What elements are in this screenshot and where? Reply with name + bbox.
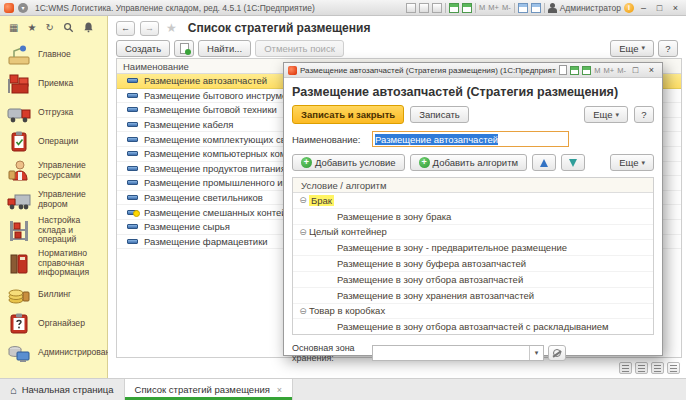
add-algorithm-button[interactable]: +Добавить алгоритм: [410, 154, 527, 171]
sidebar-item-administration[interactable]: Администрирование: [6, 338, 107, 367]
cancel-search-button[interactable]: Отменить поиск: [255, 40, 344, 57]
favorites-icon[interactable]: ★: [27, 22, 36, 33]
dialog-print-icon[interactable]: [559, 65, 567, 75]
sidebar-item-label: Управление двором: [38, 190, 107, 210]
forward-button[interactable]: →: [140, 21, 159, 36]
add-condition-button[interactable]: +Добавить условие: [292, 154, 405, 171]
dialog-app-icon: [288, 66, 297, 75]
tree-row-label: Брак: [309, 195, 334, 206]
more-button[interactable]: Еще▾: [610, 40, 654, 57]
back-button[interactable]: ←: [116, 21, 135, 36]
help-button[interactable]: ?: [658, 40, 678, 57]
tree-item-row[interactable]: Размещение в зону буфера автозапчастей: [293, 256, 653, 272]
menu-grid-icon[interactable]: ▦: [9, 22, 18, 33]
memory-m-minus-button[interactable]: M-: [502, 3, 511, 12]
shipping-section-icon: [6, 100, 32, 126]
sidebar-item-yard[interactable]: Управление двором: [6, 185, 107, 214]
minimize-button[interactable]: –: [637, 3, 650, 13]
dialog-m-plus-button[interactable]: M+: [604, 66, 615, 75]
find-button[interactable]: Найти...: [198, 40, 251, 57]
sidebar-item-billing[interactable]: Биллинг: [6, 280, 107, 309]
list-nav-next-button[interactable]: [651, 362, 664, 374]
current-user-label[interactable]: Администратор: [560, 3, 621, 13]
expander-icon[interactable]: ⊖: [297, 227, 309, 237]
zoom-icon[interactable]: [518, 3, 528, 13]
list-nav-end-button[interactable]: [667, 362, 680, 374]
sidebar-item-warehouse-setup[interactable]: Настройка склада и операций: [6, 214, 107, 247]
memory-m-plus-button[interactable]: M+: [488, 3, 499, 12]
plus-icon: +: [419, 157, 430, 168]
sidebar-item-shipping[interactable]: Отгрузка: [6, 98, 107, 127]
favorite-star-icon[interactable]: ★: [166, 21, 177, 35]
dialog-m-minus-button[interactable]: M-: [617, 66, 626, 75]
dialog-titlebar[interactable]: Размещение автозапчастей (Стратегия разм…: [284, 63, 662, 78]
sidebar-item-resources[interactable]: Управление ресурсами: [6, 156, 107, 185]
dialog-close-button[interactable]: ×: [645, 65, 658, 75]
print-icon[interactable]: [419, 3, 429, 13]
tree-group-row[interactable]: ⊖Брак: [293, 193, 653, 209]
preview-icon[interactable]: [432, 3, 442, 13]
close-button[interactable]: ×: [669, 3, 682, 13]
tree-more-button[interactable]: Еще▾: [610, 154, 654, 171]
tree-item-row[interactable]: Размещение в зону отбора автозапчастей с…: [293, 319, 653, 335]
titlebar-actions: M M+ M- Администратор i – □ ×: [406, 3, 682, 13]
calendar-icon[interactable]: [449, 3, 459, 13]
tree-item-row[interactable]: Размещение в зону - предварительное разм…: [293, 240, 653, 256]
move-up-button[interactable]: [532, 154, 556, 171]
main-menu-button[interactable]: ▾: [18, 3, 28, 13]
chevron-down-icon: ▾: [641, 44, 645, 52]
tree-group-row[interactable]: ⊖Товар в коробках: [293, 304, 653, 320]
memory-m-button[interactable]: M: [479, 3, 485, 12]
list-nav-prev-button[interactable]: [635, 362, 648, 374]
history-icon[interactable]: ↻: [45, 22, 53, 33]
tab-close-icon[interactable]: ×: [277, 385, 282, 395]
tree-row-label: Целый контейнер: [309, 226, 387, 237]
columns-icon[interactable]: [531, 3, 541, 13]
sidebar-item-operations[interactable]: Операции: [6, 127, 107, 156]
sidebar-item-receiving[interactable]: Приемка: [6, 69, 107, 98]
info-icon[interactable]: i: [624, 3, 634, 13]
sidebar-item-main[interactable]: Главное: [6, 40, 107, 69]
list-row-label: Размещение фармацевтики: [144, 236, 268, 247]
save-and-close-button[interactable]: Записать и закрыть: [292, 105, 404, 124]
sidebar-item-organizer[interactable]: Органайзер: [6, 309, 107, 338]
page-title: Список стратегий размещения: [188, 21, 371, 35]
dialog-maximize-button[interactable]: □: [629, 65, 642, 75]
expander-icon[interactable]: ⊖: [297, 195, 309, 205]
dialog-help-button[interactable]: ?: [634, 106, 654, 123]
tab-strategies-list[interactable]: Список стратегий размещения ×: [125, 379, 294, 400]
tree-item-row[interactable]: Размещение в зону отбора автозапчастей: [293, 272, 653, 288]
list-toolbar: Создать Найти... Отменить поиск Еще▾ ?: [108, 38, 686, 58]
dialog-calendar-clock-icon[interactable]: [582, 66, 591, 75]
create-button[interactable]: Создать: [116, 40, 170, 57]
maximize-button[interactable]: □: [653, 3, 666, 13]
list-row-label: Размещение сырья: [144, 221, 230, 232]
tree-row-label: Товар в коробках: [309, 305, 385, 316]
move-down-button[interactable]: [561, 154, 585, 171]
save-icon[interactable]: [406, 3, 416, 13]
name-input[interactable]: Размещение автозапчастей: [372, 131, 569, 147]
dropdown-caret-icon[interactable]: ▾: [529, 346, 543, 360]
strategy-icon: [127, 78, 138, 83]
tree-column-header[interactable]: Условие / алгоритм: [293, 178, 653, 193]
calendar-clock-icon[interactable]: [462, 3, 472, 13]
sidebar-item-reference-info[interactable]: Нормативно справочная информация: [6, 247, 107, 280]
notifications-bell-icon[interactable]: [83, 21, 94, 33]
create-copy-button[interactable]: [174, 40, 194, 57]
dialog-calendar-icon[interactable]: [570, 66, 579, 75]
dialog-more-button[interactable]: Еще▾: [584, 106, 628, 123]
tab-home[interactable]: ⌂ Начальная страница: [0, 379, 125, 400]
strategy-icon: [127, 137, 138, 142]
storage-zone-input[interactable]: ▾: [372, 345, 544, 361]
tree-item-row[interactable]: Размещение в зону хранения автозапчастей: [293, 288, 653, 304]
resources-section-icon: [6, 158, 32, 184]
dialog-m-button[interactable]: M: [594, 66, 600, 75]
search-icon[interactable]: [63, 22, 74, 33]
list-nav-begin-button[interactable]: [619, 362, 632, 374]
open-link-button[interactable]: [548, 345, 566, 361]
strategy-dialog: Размещение автозапчастей (Стратегия разм…: [283, 62, 663, 356]
tree-item-row[interactable]: Размещение в зону брака: [293, 209, 653, 225]
tree-group-row[interactable]: ⊖Целый контейнер: [293, 225, 653, 241]
expander-icon[interactable]: ⊖: [297, 306, 309, 316]
save-button[interactable]: Записать: [410, 106, 469, 123]
